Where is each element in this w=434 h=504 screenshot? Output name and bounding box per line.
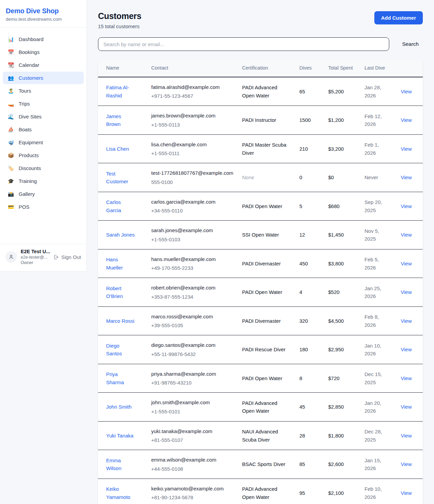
- customer-name-link[interactable]: Carlos Garcia: [106, 198, 136, 214]
- sidebar-item-pos[interactable]: 💳 POS: [3, 201, 84, 213]
- table-row: Keiko Yamamoto keiko.yamamoto@example.co…: [98, 479, 423, 504]
- customer-name-link[interactable]: Robert O'Brien: [106, 284, 136, 300]
- sidebar-item-dive-sites[interactable]: 🌊 Dive Sites: [3, 110, 84, 123]
- customer-phone: +39-555-0105: [151, 321, 234, 329]
- view-customer-link[interactable]: View: [401, 490, 412, 496]
- customer-name-link[interactable]: Marco Rossi: [106, 317, 134, 325]
- customer-name-link[interactable]: Diego Santos: [106, 342, 136, 358]
- add-customer-button[interactable]: Add Customer: [374, 11, 423, 24]
- customer-name-link[interactable]: Sarah Jones: [106, 231, 135, 239]
- customer-email: robert.obrien@example.com: [151, 284, 234, 292]
- sidebar-item-equipment[interactable]: 🤿 Equipment: [3, 136, 84, 149]
- customer-certification: PADI Open Water: [242, 202, 282, 210]
- sidebar-item-trips[interactable]: 🚤 Trips: [3, 97, 84, 110]
- customer-phone: +34-555-0110: [151, 207, 234, 214]
- view-customer-link[interactable]: View: [401, 232, 412, 238]
- sidebar-item-customers[interactable]: 👥 Customers: [3, 72, 84, 84]
- customer-email: emma.wilson@example.com: [151, 456, 234, 464]
- customer-dives: 65: [295, 77, 324, 106]
- sidebar-item-dashboard[interactable]: 📊 Dashboard: [3, 33, 84, 45]
- sidebar-item-training[interactable]: 🎓 Training: [3, 175, 84, 187]
- boats-icon: ⛵: [7, 127, 14, 132]
- customer-total-spent: $2,850: [324, 393, 360, 422]
- customer-certification: PADI Advanced Open Water: [242, 83, 287, 99]
- customer-total-spent: $5,200: [324, 77, 360, 106]
- column-header: Certification: [238, 60, 295, 77]
- user-info: E2E Test U... e2e-tester@... Owner: [21, 249, 50, 265]
- customer-count: 15 total customers: [98, 23, 141, 29]
- customer-total-spent: $720: [324, 364, 360, 393]
- table-row: Yuki Tanaka yuki.tanaka@example.com +81-…: [98, 421, 423, 450]
- customer-name-link[interactable]: Priya Sharma: [106, 370, 136, 386]
- sidebar-item-label: Boats: [19, 127, 32, 132]
- customer-certification: PADI Advanced Open Water: [242, 399, 287, 415]
- customer-name-link[interactable]: Lisa Chen: [106, 145, 129, 153]
- table-row: Fatima Al-Rashid fatima.alrashid@example…: [98, 77, 423, 106]
- search-button[interactable]: Search: [398, 41, 423, 47]
- customer-name-link[interactable]: Test Customer: [106, 170, 136, 186]
- table-row: Test Customer test-1772681807767@example…: [98, 163, 423, 192]
- column-header: [397, 60, 423, 77]
- customer-name-link[interactable]: Keiko Yamamoto: [106, 485, 136, 501]
- customer-total-spent: $520: [324, 278, 360, 307]
- customer-name-link[interactable]: Fatima Al-Rashid: [106, 83, 136, 99]
- view-customer-link[interactable]: View: [401, 404, 412, 410]
- sidebar-item-calendar[interactable]: 📆 Calendar: [3, 59, 84, 71]
- shop-domain: demo.test.divestreams.com: [6, 17, 81, 22]
- sidebar-item-tours[interactable]: 🏝️ Tours: [3, 85, 84, 97]
- column-header: Name: [98, 60, 147, 77]
- customer-email: sarah.jones@example.com: [151, 226, 234, 234]
- sidebar-item-label: Dashboard: [19, 36, 43, 42]
- customer-last-dive: Dec 28, 2025: [364, 428, 390, 444]
- customer-dives: 320: [295, 306, 324, 335]
- trips-icon: 🚤: [7, 101, 14, 106]
- customer-certification: NAUI Advanced Scuba Diver: [242, 428, 287, 444]
- view-customer-link[interactable]: View: [401, 375, 412, 381]
- dive-sites-icon: 🌊: [7, 114, 14, 119]
- view-customer-link[interactable]: View: [401, 318, 412, 324]
- view-customer-link[interactable]: View: [401, 117, 412, 123]
- view-customer-link[interactable]: View: [401, 261, 412, 266]
- customer-name-link[interactable]: Yuki Tanaka: [106, 432, 134, 440]
- gallery-icon: 📸: [7, 191, 14, 197]
- view-customer-link[interactable]: View: [401, 146, 412, 152]
- customer-phone: +353-87-555-1234: [151, 293, 234, 301]
- search-input[interactable]: [98, 37, 389, 51]
- view-customer-link[interactable]: View: [401, 289, 412, 295]
- bookings-icon: 📅: [7, 50, 14, 55]
- customer-dives: 450: [295, 249, 324, 278]
- sidebar-item-gallery[interactable]: 📸 Gallery: [3, 188, 84, 200]
- sign-out-label: Sign Out: [61, 254, 81, 260]
- customer-dives: 4: [295, 278, 324, 307]
- customer-phone: +1-555-0113: [151, 121, 234, 129]
- view-customer-link[interactable]: View: [401, 203, 412, 209]
- sidebar-item-bookings[interactable]: 📅 Bookings: [3, 46, 84, 58]
- customer-dives: 45: [295, 393, 324, 422]
- sidebar-item-discounts[interactable]: 🏷️ Discounts: [3, 162, 84, 174]
- view-customer-link[interactable]: View: [401, 461, 412, 467]
- customer-name-link[interactable]: Emma Wilson: [106, 456, 136, 472]
- customer-name-link[interactable]: John Smith: [106, 403, 132, 411]
- customer-email: marco.rossi@example.com: [151, 313, 234, 320]
- view-customer-link[interactable]: View: [401, 347, 412, 352]
- customer-dives: 0: [295, 163, 324, 192]
- view-customer-link[interactable]: View: [401, 89, 412, 94]
- sign-out-button[interactable]: Sign Out: [53, 254, 81, 260]
- customer-name-link[interactable]: Hans Mueller: [106, 256, 136, 272]
- sidebar-item-boats[interactable]: ⛵ Boats: [3, 123, 84, 136]
- customer-dives: 8: [295, 364, 324, 393]
- customer-last-dive: Jan 10, 2026: [364, 342, 390, 358]
- page-header: Customers 15 total customers Add Custome…: [98, 11, 423, 29]
- sidebar-item-products[interactable]: 📦 Products: [3, 149, 84, 162]
- view-customer-link[interactable]: View: [401, 174, 412, 180]
- customer-total-spent: $1,800: [324, 421, 360, 450]
- customer-name-link[interactable]: James Brown: [106, 112, 136, 128]
- customer-total-spent: $4,500: [324, 306, 360, 335]
- sidebar-item-label: Equipment: [19, 139, 43, 145]
- sidebar-item-label: Discounts: [19, 165, 41, 171]
- customer-email: john.smith@example.com: [151, 398, 234, 406]
- view-customer-link[interactable]: View: [401, 433, 412, 438]
- sidebar-item-label: POS: [19, 204, 29, 210]
- customer-total-spent: $2,100: [324, 479, 360, 504]
- customer-certification: PADI Open Water: [242, 374, 282, 382]
